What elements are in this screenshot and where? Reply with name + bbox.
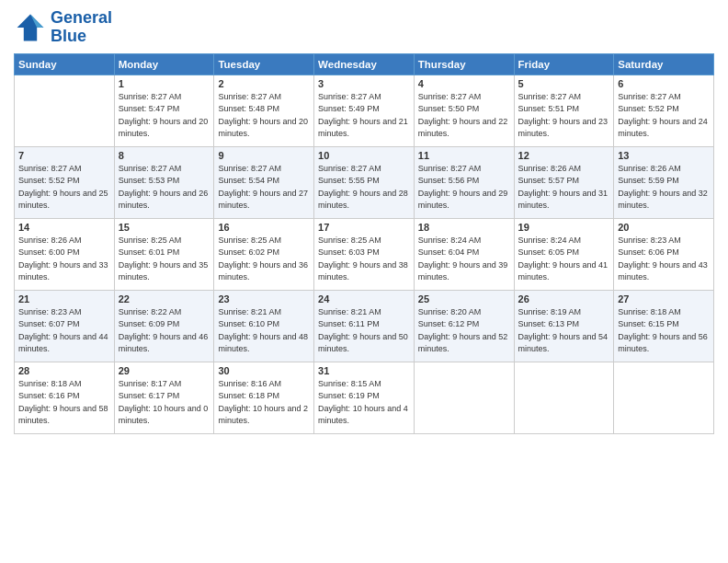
day-info: Sunrise: 8:27 AMSunset: 5:56 PMDaylight:… [418,163,510,213]
calendar-cell: 29 Sunrise: 8:17 AMSunset: 6:17 PMDaylig… [114,362,214,433]
day-number: 7 [18,150,110,161]
day-info: Sunrise: 8:27 AMSunset: 5:52 PMDaylight:… [618,91,710,141]
calendar-cell: 31 Sunrise: 8:15 AMSunset: 6:19 PMDaylig… [314,362,415,433]
page: General Blue SundayMondayTuesdayWednesda… [0,0,728,563]
calendar-cell: 28 Sunrise: 8:18 AMSunset: 6:16 PMDaylig… [15,362,115,433]
day-number: 1 [119,78,210,89]
calendar-cell: 27 Sunrise: 8:18 AMSunset: 6:15 PMDaylig… [614,290,714,362]
day-number: 19 [518,222,610,233]
day-number: 18 [418,222,510,233]
day-number: 25 [418,293,510,304]
day-number: 31 [318,365,410,376]
day-number: 24 [318,293,410,304]
calendar-cell: 7 Sunrise: 8:27 AMSunset: 5:52 PMDayligh… [15,146,115,218]
day-number: 13 [618,150,710,161]
day-info: Sunrise: 8:22 AMSunset: 6:09 PMDaylight:… [119,306,210,356]
weekday-header-sunday: Sunday [15,53,115,75]
day-number: 2 [218,78,310,89]
day-number: 15 [119,222,210,233]
day-info: Sunrise: 8:27 AMSunset: 5:55 PMDaylight:… [318,163,410,213]
calendar-cell: 1 Sunrise: 8:27 AMSunset: 5:47 PMDayligh… [114,75,214,146]
calendar-cell: 12 Sunrise: 8:26 AMSunset: 5:57 PMDaylig… [514,146,614,218]
day-number: 8 [119,150,210,161]
calendar-cell: 30 Sunrise: 8:16 AMSunset: 6:18 PMDaylig… [214,362,314,433]
calendar-cell: 11 Sunrise: 8:27 AMSunset: 5:56 PMDaylig… [414,146,514,218]
weekday-header-friday: Friday [514,53,614,75]
day-number: 27 [618,293,710,304]
day-info: Sunrise: 8:16 AMSunset: 6:18 PMDaylight:… [218,378,310,428]
calendar-table: SundayMondayTuesdayWednesdayThursdayFrid… [14,53,714,434]
calendar-cell: 5 Sunrise: 8:27 AMSunset: 5:51 PMDayligh… [514,75,614,146]
weekday-header-tuesday: Tuesday [214,53,314,75]
day-number: 29 [119,365,210,376]
day-number: 16 [218,222,310,233]
logo-text: General Blue [51,9,112,46]
day-number: 21 [18,293,110,304]
calendar-cell: 19 Sunrise: 8:24 AMSunset: 6:05 PMDaylig… [514,218,614,290]
day-info: Sunrise: 8:27 AMSunset: 5:51 PMDaylight:… [518,91,610,141]
day-number: 5 [518,78,610,89]
day-info: Sunrise: 8:23 AMSunset: 6:07 PMDaylight:… [18,306,110,356]
weekday-header-saturday: Saturday [614,53,714,75]
logo: General Blue [14,9,112,46]
calendar-cell: 6 Sunrise: 8:27 AMSunset: 5:52 PMDayligh… [614,75,714,146]
calendar-cell: 4 Sunrise: 8:27 AMSunset: 5:50 PMDayligh… [414,75,514,146]
day-info: Sunrise: 8:26 AMSunset: 5:59 PMDaylight:… [618,163,710,213]
day-info: Sunrise: 8:27 AMSunset: 5:48 PMDaylight:… [218,91,310,141]
logo-icon [14,11,47,44]
calendar-cell: 20 Sunrise: 8:23 AMSunset: 6:06 PMDaylig… [614,218,714,290]
calendar-cell: 26 Sunrise: 8:19 AMSunset: 6:13 PMDaylig… [514,290,614,362]
calendar-cell: 9 Sunrise: 8:27 AMSunset: 5:54 PMDayligh… [214,146,314,218]
day-info: Sunrise: 8:24 AMSunset: 6:05 PMDaylight:… [518,235,610,284]
day-info: Sunrise: 8:21 AMSunset: 6:11 PMDaylight:… [318,306,410,356]
day-number: 3 [318,78,410,89]
week-row-2: 7 Sunrise: 8:27 AMSunset: 5:52 PMDayligh… [15,146,714,218]
day-info: Sunrise: 8:20 AMSunset: 6:12 PMDaylight:… [418,306,510,356]
day-info: Sunrise: 8:23 AMSunset: 6:06 PMDaylight:… [618,235,710,284]
day-number: 17 [318,222,410,233]
day-number: 23 [218,293,310,304]
week-row-5: 28 Sunrise: 8:18 AMSunset: 6:16 PMDaylig… [15,362,714,433]
day-info: Sunrise: 8:18 AMSunset: 6:15 PMDaylight:… [618,306,710,356]
calendar-cell: 23 Sunrise: 8:21 AMSunset: 6:10 PMDaylig… [214,290,314,362]
day-info: Sunrise: 8:27 AMSunset: 5:54 PMDaylight:… [218,163,310,213]
calendar-cell: 17 Sunrise: 8:25 AMSunset: 6:03 PMDaylig… [314,218,415,290]
day-number: 12 [518,150,610,161]
day-info: Sunrise: 8:26 AMSunset: 6:00 PMDaylight:… [18,235,110,284]
day-info: Sunrise: 8:18 AMSunset: 6:16 PMDaylight:… [18,378,110,428]
day-number: 14 [18,222,110,233]
week-row-4: 21 Sunrise: 8:23 AMSunset: 6:07 PMDaylig… [15,290,714,362]
weekday-header-wednesday: Wednesday [314,53,415,75]
calendar-cell: 21 Sunrise: 8:23 AMSunset: 6:07 PMDaylig… [15,290,115,362]
day-info: Sunrise: 8:27 AMSunset: 5:50 PMDaylight:… [418,91,510,141]
week-row-1: 1 Sunrise: 8:27 AMSunset: 5:47 PMDayligh… [15,75,714,146]
day-number: 22 [119,293,210,304]
calendar-cell: 22 Sunrise: 8:22 AMSunset: 6:09 PMDaylig… [114,290,214,362]
week-row-3: 14 Sunrise: 8:26 AMSunset: 6:00 PMDaylig… [15,218,714,290]
calendar-cell: 13 Sunrise: 8:26 AMSunset: 5:59 PMDaylig… [614,146,714,218]
calendar-cell: 8 Sunrise: 8:27 AMSunset: 5:53 PMDayligh… [114,146,214,218]
day-number: 11 [418,150,510,161]
day-info: Sunrise: 8:27 AMSunset: 5:47 PMDaylight:… [119,91,210,141]
calendar-cell [15,75,115,146]
day-number: 20 [618,222,710,233]
calendar-cell: 16 Sunrise: 8:25 AMSunset: 6:02 PMDaylig… [214,218,314,290]
day-info: Sunrise: 8:27 AMSunset: 5:49 PMDaylight:… [318,91,410,141]
weekday-header-thursday: Thursday [414,53,514,75]
calendar-cell: 14 Sunrise: 8:26 AMSunset: 6:00 PMDaylig… [15,218,115,290]
day-number: 26 [518,293,610,304]
day-number: 30 [218,365,310,376]
day-number: 28 [18,365,110,376]
day-info: Sunrise: 8:26 AMSunset: 5:57 PMDaylight:… [518,163,610,213]
day-info: Sunrise: 8:19 AMSunset: 6:13 PMDaylight:… [518,306,610,356]
day-info: Sunrise: 8:27 AMSunset: 5:53 PMDaylight:… [119,163,210,213]
day-number: 4 [418,78,510,89]
day-info: Sunrise: 8:27 AMSunset: 5:52 PMDaylight:… [18,163,110,213]
day-info: Sunrise: 8:25 AMSunset: 6:03 PMDaylight:… [318,235,410,284]
calendar-cell: 2 Sunrise: 8:27 AMSunset: 5:48 PMDayligh… [214,75,314,146]
calendar-cell [514,362,614,433]
calendar-cell: 18 Sunrise: 8:24 AMSunset: 6:04 PMDaylig… [414,218,514,290]
calendar-cell: 10 Sunrise: 8:27 AMSunset: 5:55 PMDaylig… [314,146,415,218]
day-info: Sunrise: 8:21 AMSunset: 6:10 PMDaylight:… [218,306,310,356]
day-info: Sunrise: 8:25 AMSunset: 6:02 PMDaylight:… [218,235,310,284]
